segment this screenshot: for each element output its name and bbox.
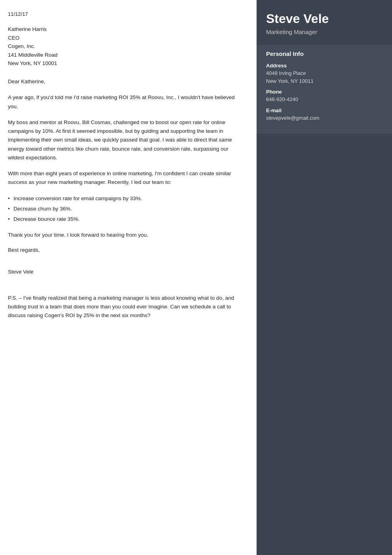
letter-paragraph-2: My boss and mentor at Roovu, Bill Cosmas… — [8, 118, 244, 162]
sidebar-section: Steve Vele Marketing Manager Personal In… — [257, 0, 392, 555]
address-line1: 4048 Irving Place — [266, 69, 382, 77]
recipient-name: Katherine Harris — [8, 25, 244, 34]
letter-paragraph-1: A year ago, if you'd told me I'd raise m… — [8, 93, 244, 111]
email-label: E-mail — [266, 107, 382, 113]
phone-block: Phone 646-920-4240 — [266, 89, 382, 103]
letter-closing-paragraph: Thank you for your time. I look forward … — [8, 231, 244, 239]
sidebar-job-title: Marketing Manager — [266, 29, 382, 35]
recipient-company: Cogen, Inc. — [8, 42, 244, 51]
recipient-address1: 141 Middleville Road — [8, 51, 244, 59]
letter-recipient: Katherine Harris CEO Cogen, Inc. 141 Mid… — [8, 25, 244, 68]
email-value: stevepvele@gmail.com — [266, 114, 382, 122]
address-block: Address 4048 Irving Place New York, NY 1… — [266, 63, 382, 85]
bullet-item-1: Increase conversion rate for email campa… — [8, 194, 244, 203]
sign-off-text: Best regards, — [8, 247, 244, 253]
sidebar-personal-info: Personal Info Address 4048 Irving Place … — [257, 45, 392, 134]
letter-date: 11/12/17 — [8, 11, 244, 17]
letter-ps: P.S. – I've finally realized that being … — [8, 294, 244, 320]
email-block: E-mail stevepvele@gmail.com — [266, 107, 382, 122]
letter-bullets: Increase conversion rate for email campa… — [8, 194, 244, 224]
letter-greeting: Dear Katherine, — [8, 77, 244, 86]
address-label: Address — [266, 63, 382, 69]
letter-section: 11/12/17 Katherine Harris CEO Cogen, Inc… — [0, 0, 257, 555]
recipient-title: CEO — [8, 34, 244, 42]
bullet-item-3: Decrease bounce rate 35%. — [8, 215, 244, 224]
sidebar-name: Steve Vele — [266, 11, 382, 26]
page-layout: 11/12/17 Katherine Harris CEO Cogen, Inc… — [0, 0, 392, 555]
phone-label: Phone — [266, 89, 382, 95]
sender-name: Steve Vele — [8, 269, 244, 275]
phone-value: 646-920-4240 — [266, 96, 382, 103]
recipient-address2: New York, NY 10001 — [8, 59, 244, 68]
letter-signoff: Best regards, Steve Vele — [8, 247, 244, 275]
letter-paragraph-3: With more than eight years of experience… — [8, 169, 244, 187]
personal-info-heading: Personal Info — [266, 50, 382, 57]
address-line2: New York, NY 10011 — [266, 77, 382, 85]
letter-body: Dear Katherine, A year ago, if you'd tol… — [8, 77, 244, 240]
bullet-item-2: Decrease churn by 36%. — [8, 205, 244, 213]
sidebar-header: Steve Vele Marketing Manager — [257, 0, 392, 42]
